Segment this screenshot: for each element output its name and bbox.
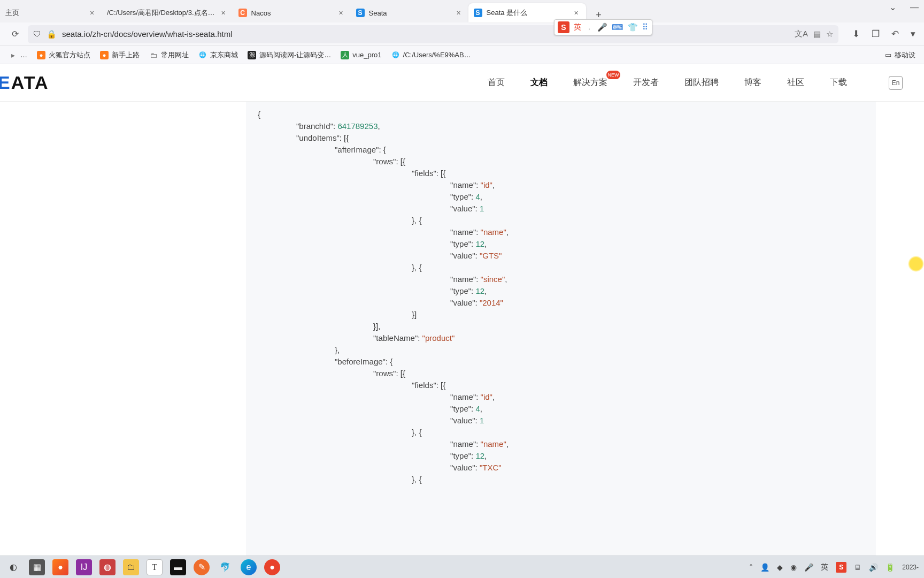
undo-icon[interactable]: ↶ bbox=[891, 28, 899, 40]
bookmarks-bar: ▸… ●火狐官方站点 ●新手上路 🗀常用网址 🌐京东商城 源源码阅读网-让源码变… bbox=[0, 46, 924, 64]
explorer-icon[interactable]: 🗀 bbox=[123, 559, 139, 575]
edge-icon[interactable]: e bbox=[241, 559, 257, 575]
globe-icon: 🌐 bbox=[198, 51, 207, 59]
firefox-icon[interactable]: ● bbox=[52, 559, 68, 575]
tab-title: /C:/Users/高君阳/Desktop/3.点名… bbox=[107, 8, 215, 18]
mobile-icon: ▭ bbox=[885, 51, 891, 59]
intellij-icon[interactable]: IJ bbox=[76, 559, 92, 575]
lang-switch[interactable]: En bbox=[889, 76, 903, 90]
start-icon[interactable]: ◐ bbox=[5, 559, 21, 575]
dolphin-icon[interactable]: 🐬 bbox=[217, 559, 233, 575]
skin-icon[interactable]: 👕 bbox=[628, 22, 638, 32]
close-icon[interactable]: × bbox=[219, 9, 228, 17]
browser-tab[interactable]: S Seata × bbox=[351, 3, 468, 22]
reload-icon[interactable]: ⟳ bbox=[9, 28, 21, 41]
browser-tab[interactable]: C Nacos × bbox=[233, 3, 351, 22]
lock-icon: 🔒 bbox=[47, 29, 57, 39]
tray-mic-icon[interactable]: 🎤 bbox=[804, 563, 813, 572]
tray-display-icon[interactable]: 🖥 bbox=[854, 563, 861, 572]
close-icon[interactable]: × bbox=[572, 9, 581, 17]
tray-app-icon[interactable]: 👤 bbox=[760, 563, 769, 572]
bookmark-item[interactable]: ●新手上路 bbox=[100, 50, 140, 60]
url-bar[interactable]: 🛡 🔒 seata.io/zh-cn/docs/overview/what-is… bbox=[28, 25, 838, 43]
tab-overflow-icon[interactable]: ⌄ bbox=[889, 2, 896, 12]
folder-icon: ▸ bbox=[9, 51, 17, 59]
bookmark-mobile[interactable]: ▭移动设 bbox=[885, 50, 915, 60]
close-icon[interactable]: × bbox=[455, 9, 463, 17]
nav-solution[interactable]: 解决方案NEW bbox=[573, 77, 607, 88]
bookmark-item[interactable]: 🌐/C:/Users/%E9%AB… bbox=[391, 51, 471, 59]
page-content: EATA 首页 文档 解决方案NEW 开发者 团队招聘 博客 社区 下载 En … bbox=[0, 64, 924, 578]
tab-title: Seata bbox=[369, 9, 450, 17]
code-block: { "branchId": 641789253, "undoItems": [{… bbox=[246, 102, 876, 578]
record-icon[interactable]: ● bbox=[264, 559, 280, 575]
text-icon[interactable]: T bbox=[147, 559, 163, 575]
globe-icon: 🌐 bbox=[391, 51, 400, 59]
ime-punct[interactable]: ， bbox=[586, 22, 593, 32]
bookmark-item[interactable]: ▸… bbox=[9, 51, 27, 59]
folder-icon: 🗀 bbox=[149, 51, 158, 59]
reader-icon[interactable]: ▤ bbox=[813, 29, 821, 39]
bookmark-item[interactable]: 🗀常用网址 bbox=[149, 50, 189, 60]
url-text: seata.io/zh-cn/docs/overview/what-is-sea… bbox=[62, 29, 789, 39]
mic-icon[interactable]: 🎤 bbox=[597, 22, 607, 32]
browser-tab[interactable]: 主页 × bbox=[0, 3, 102, 22]
tray-app-icon[interactable]: ◉ bbox=[790, 563, 797, 572]
site-logo[interactable]: EATA bbox=[0, 72, 49, 93]
favicon: S bbox=[356, 9, 365, 17]
taskview-icon[interactable]: ▦ bbox=[29, 559, 45, 575]
tray-chevron-icon[interactable]: ˄ bbox=[749, 563, 753, 572]
firefox-icon: ● bbox=[100, 51, 109, 59]
tab-title: 主页 bbox=[5, 8, 83, 18]
site-icon: 源 bbox=[248, 51, 256, 59]
nav-docs[interactable]: 文档 bbox=[530, 77, 548, 88]
terminal-icon[interactable]: ▬ bbox=[170, 559, 186, 575]
tray-volume-icon[interactable]: 🔊 bbox=[869, 563, 878, 572]
nav-blog[interactable]: 博客 bbox=[744, 77, 761, 88]
ime-toolbar[interactable]: S 英 ， 🎤 ⌨ 👕 ⠿ bbox=[554, 19, 652, 35]
translate-icon[interactable]: 文A bbox=[795, 29, 808, 39]
address-bar-row: ⟳ 🛡 🔒 seata.io/zh-cn/docs/overview/what-… bbox=[0, 22, 924, 46]
browser-tab-strip: 主页 × /C:/Users/高君阳/Desktop/3.点名… × C Nac… bbox=[0, 0, 924, 22]
close-icon[interactable]: × bbox=[88, 9, 96, 17]
tray-clock[interactable]: 2023- bbox=[902, 564, 919, 571]
close-icon[interactable]: × bbox=[337, 9, 345, 17]
tray-ime-icon[interactable]: 英 bbox=[821, 562, 828, 572]
site-header: EATA 首页 文档 解决方案NEW 开发者 团队招聘 博客 社区 下载 En bbox=[0, 64, 924, 102]
bookmark-item[interactable]: 源源码阅读网-让源码变… bbox=[248, 50, 331, 60]
shield-icon: 🛡 bbox=[33, 29, 41, 39]
system-tray: ˄ 👤 ◆ ◉ 🎤 英 S 🖥 🔊 🔋 2023- bbox=[749, 562, 919, 573]
site-icon: 人 bbox=[341, 51, 349, 59]
tray-sogou-icon[interactable]: S bbox=[836, 562, 846, 573]
tab-title: Nacos bbox=[251, 9, 333, 17]
grid-icon[interactable]: ⠿ bbox=[642, 22, 648, 32]
tray-battery-icon[interactable]: 🔋 bbox=[886, 563, 895, 572]
nav-home[interactable]: 首页 bbox=[488, 77, 505, 88]
cursor-highlight bbox=[908, 256, 924, 272]
nav-community[interactable]: 社区 bbox=[787, 77, 804, 88]
downloads-icon[interactable]: ⬇ bbox=[852, 28, 860, 40]
sogou-icon: S bbox=[558, 21, 569, 33]
minimize-icon[interactable]: — bbox=[910, 3, 919, 12]
nav-dev[interactable]: 开发者 bbox=[633, 77, 659, 88]
favicon: C bbox=[238, 9, 247, 17]
bookmark-item[interactable]: 人vue_pro1 bbox=[341, 51, 381, 59]
tab-title: Seata 是什么 bbox=[487, 8, 568, 18]
browser-tab[interactable]: /C:/Users/高君阳/Desktop/3.点名… × bbox=[102, 3, 233, 22]
bookmark-item[interactable]: ●火狐官方站点 bbox=[37, 50, 90, 60]
app-icon[interactable]: ◍ bbox=[99, 559, 116, 575]
nav-jobs[interactable]: 团队招聘 bbox=[684, 77, 719, 88]
bookmark-item[interactable]: 🌐京东商城 bbox=[198, 50, 238, 60]
extension-icon[interactable]: ❐ bbox=[872, 28, 880, 40]
favicon: S bbox=[474, 9, 482, 17]
site-nav: 首页 文档 解决方案NEW 开发者 团队招聘 博客 社区 下载 En bbox=[488, 76, 903, 90]
filter-icon[interactable]: ▾ bbox=[911, 28, 915, 40]
ime-lang[interactable]: 英 bbox=[574, 22, 581, 32]
postman-icon[interactable]: ✎ bbox=[194, 559, 210, 575]
keyboard-icon[interactable]: ⌨ bbox=[612, 22, 623, 32]
firefox-icon: ● bbox=[37, 51, 45, 59]
new-badge: NEW bbox=[606, 71, 620, 79]
nav-download[interactable]: 下载 bbox=[830, 77, 847, 88]
tray-app-icon[interactable]: ◆ bbox=[777, 563, 783, 572]
star-icon[interactable]: ☆ bbox=[826, 29, 833, 39]
